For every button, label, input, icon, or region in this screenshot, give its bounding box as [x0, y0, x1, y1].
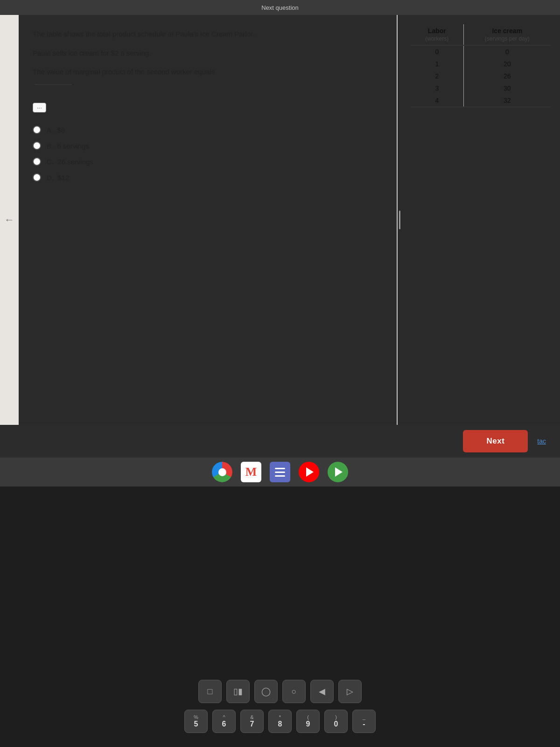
table-row-0: 00: [411, 45, 551, 58]
radio-c[interactable]: [33, 157, 41, 166]
menu-line-1: [275, 468, 285, 469]
menu-line-3: [275, 475, 285, 477]
screen: Next question ← The table shows the tota…: [0, 0, 560, 458]
right-panel: Labor (workers) Ice cream (servings per …: [401, 15, 560, 425]
back-arrow-icon: ←: [4, 214, 14, 226]
key-minus[interactable]: _ -: [352, 710, 376, 733]
table-row-1: 120: [411, 58, 551, 70]
key-circle1[interactable]: ◯: [254, 680, 278, 703]
key-5[interactable]: % 5: [184, 710, 208, 733]
gmail-icon[interactable]: M: [241, 462, 261, 482]
labor-cell-1: 1: [411, 58, 463, 70]
option-d[interactable]: D. $12: [33, 173, 383, 182]
ice-cream-cell-0: 0: [463, 45, 551, 58]
col1-header: Labor (workers): [411, 24, 463, 45]
tab-link[interactable]: tac: [537, 437, 546, 445]
question-sub2: The value of marginal product of the sec…: [33, 67, 383, 88]
panel-divider[interactable]: [398, 15, 401, 425]
menu-icon[interactable]: [270, 462, 290, 482]
key-8[interactable]: * 8: [268, 710, 292, 733]
radio-a[interactable]: [33, 126, 41, 134]
option-a-label: A. $8: [47, 126, 65, 134]
key-row-numbers: % 5 ^ 6 & 7 * 8 ( 9 ) 0 _ -: [184, 710, 376, 733]
keyboard-area: □ ▯▮ ◯ ○ ◀ ▷ % 5 ^ 6 & 7 *: [0, 486, 560, 747]
key-6[interactable]: ^ 6: [212, 710, 236, 733]
labor-cell-0: 0: [411, 45, 463, 58]
option-b[interactable]: B. 6 servings: [33, 141, 383, 150]
play-icon[interactable]: [328, 462, 348, 482]
key-9[interactable]: ( 9: [296, 710, 320, 733]
key-back2[interactable]: ▷: [338, 680, 362, 703]
gmail-letter: M: [245, 465, 257, 479]
option-c-label: C. 26 servings: [47, 158, 93, 166]
col2-header: Ice cream (servings per day): [463, 24, 551, 45]
dots-button[interactable]: ···: [33, 103, 46, 113]
ice-cream-cell-3: 30: [463, 82, 551, 94]
table-row-4: 432: [411, 94, 551, 107]
divider-handle: [399, 211, 400, 229]
top-bar: Next question: [0, 0, 560, 15]
chrome-icon[interactable]: [212, 462, 232, 482]
play-triangle: [335, 467, 343, 477]
key-back1[interactable]: ◀: [310, 680, 334, 703]
bottom-bar: Next tac: [0, 425, 560, 458]
ice-cream-cell-4: 32: [463, 94, 551, 107]
answer-blank: [35, 84, 72, 85]
top-bar-label: Next question: [261, 4, 299, 11]
table-row-3: 330: [411, 82, 551, 94]
answer-options: A. $8 B. 6 servings C. 26 servings D. $1…: [33, 126, 383, 182]
ice-cream-cell-1: 20: [463, 58, 551, 70]
taskbar: M: [0, 458, 560, 486]
data-table: Labor (workers) Ice cream (servings per …: [411, 24, 551, 107]
labor-cell-4: 4: [411, 94, 463, 107]
labor-cell-2: 2: [411, 70, 463, 82]
key-0[interactable]: ) 0: [324, 710, 348, 733]
option-d-label: D. $12: [47, 174, 69, 182]
option-a[interactable]: A. $8: [33, 126, 383, 134]
menu-line-2: [275, 472, 285, 473]
quiz-area: ← The table shows the total product sche…: [0, 15, 560, 425]
question-sub1: Paula sells ice cream for $2 a serving.: [33, 48, 383, 59]
key-multiwindow[interactable]: ▯▮: [226, 680, 250, 703]
key-circle2[interactable]: ○: [282, 680, 306, 703]
key-7[interactable]: & 7: [240, 710, 264, 733]
radio-b[interactable]: [33, 141, 41, 150]
dots-container: ···: [33, 98, 383, 113]
back-arrow[interactable]: ←: [0, 15, 19, 425]
youtube-play-triangle: [306, 467, 314, 477]
key-row-fn: □ ▯▮ ◯ ○ ◀ ▷: [198, 680, 362, 703]
next-button[interactable]: Next: [463, 430, 528, 452]
labor-cell-3: 3: [411, 82, 463, 94]
left-panel: The table shows the total product schedu…: [19, 15, 398, 425]
option-b-label: B. 6 servings: [47, 142, 89, 150]
option-c[interactable]: C. 26 servings: [33, 157, 383, 166]
question-main: The table shows the total product schedu…: [33, 29, 383, 40]
radio-d[interactable]: [33, 173, 41, 182]
youtube-icon[interactable]: [299, 462, 319, 482]
ice-cream-cell-2: 26: [463, 70, 551, 82]
table-row-2: 226: [411, 70, 551, 82]
key-screenshot[interactable]: □: [198, 680, 222, 703]
